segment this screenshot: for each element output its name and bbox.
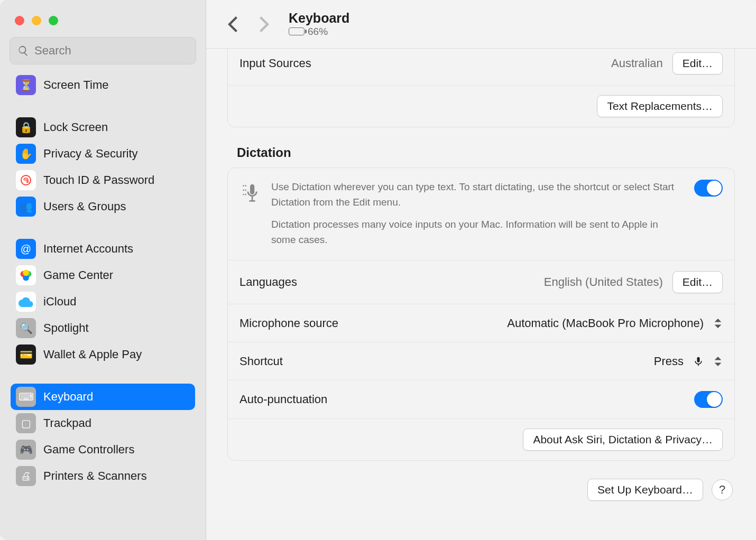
game-controllers-icon: 🎮 [16,440,36,460]
sidebar-item-label: Keyboard [43,390,93,404]
sidebar-item-screen-time[interactable]: ⏳Screen Time [11,72,195,98]
topbar: Keyboard 66% [206,0,756,49]
shortcut-value: Press [654,355,684,368]
battery-percent: 66% [308,26,328,38]
text-replacements-button[interactable]: Text Replacements… [597,95,723,117]
battery-icon [289,27,305,35]
minimize-window-button[interactable] [32,16,41,25]
languages-edit-button[interactable]: Edit… [672,271,723,293]
sidebar-item-touch-id-password[interactable]: Touch ID & Password [11,167,195,193]
text-replacements-row: Text Replacements… [228,86,734,127]
microphone-source-value: Automatic (MacBook Pro Microphone) [507,316,704,330]
sidebar-item-users-groups[interactable]: 👥Users & Groups [11,193,195,220]
svg-point-8 [245,185,246,187]
languages-value: English (United States) [544,275,663,289]
keyboard-icon: ⌨ [16,387,36,407]
sidebar-item-wallet-apple-pay[interactable]: 💳Wallet & Apple Pay [11,341,195,368]
sidebar-item-label: Trackpad [43,416,91,430]
sidebar-item-icloud[interactable]: iCloud [11,288,195,315]
sidebar-item-lock-screen[interactable]: 🔒Lock Screen [11,114,195,141]
languages-label: Languages [239,275,297,289]
internet-accounts-icon: @ [16,239,36,259]
screen-time-icon: ⏳ [16,75,36,95]
auto-punctuation-toggle[interactable] [694,391,723,408]
input-sources-edit-button[interactable]: Edit… [672,52,723,75]
dictation-description: Use Dictation wherever you can type text… [271,180,684,255]
sidebar-item-printers-scanners[interactable]: 🖨Printers & Scanners [11,463,195,489]
icloud-icon [16,292,36,312]
svg-rect-12 [697,357,700,362]
close-window-button[interactable] [15,16,24,25]
input-sources-card: Input Sources Australian Edit… Text Repl… [227,49,735,127]
sidebar-item-privacy-security[interactable]: ✋Privacy & Security [11,141,195,167]
setup-keyboard-button[interactable]: Set Up Keyboard… [587,479,703,501]
auto-punctuation-label: Auto-punctuation [239,393,327,406]
popup-indicator-icon [713,357,723,366]
sidebar-list[interactable]: ⏳Screen Time🔒Lock Screen✋Privacy & Secur… [0,72,206,540]
sidebar-item-label: Screen Time [43,78,109,92]
microphone-source-label: Microphone source [239,316,338,330]
sidebar-item-spotlight[interactable]: 🔍Spotlight [11,315,195,341]
trackpad-icon: ▢ [16,413,36,433]
content-scroll[interactable]: Input Sources Australian Edit… Text Repl… [206,49,756,540]
back-button[interactable] [222,14,243,35]
svg-point-0 [21,175,31,185]
svg-point-4 [23,270,29,276]
search-input[interactable]: Search [10,37,196,64]
sidebar-item-keyboard[interactable]: ⌨Keyboard [11,384,195,410]
input-sources-label: Input Sources [239,57,311,70]
svg-rect-11 [250,184,254,194]
sidebar-item-label: Wallet & Apple Pay [43,348,142,361]
sidebar-item-label: Touch ID & Password [43,173,154,187]
sidebar-item-game-controllers[interactable]: 🎮Game Controllers [11,436,195,463]
sidebar-item-label: Spotlight [43,321,89,335]
shortcut-row[interactable]: Shortcut Press [228,342,734,380]
window-controls [0,6,206,37]
sidebar-item-label: iCloud [43,295,76,309]
main-pane: Keyboard 66% Input Sources Australian Ed… [206,0,756,540]
fullscreen-window-button[interactable] [49,16,58,25]
about-dictation-privacy-button[interactable]: About Ask Siri, Dictation & Privacy… [523,429,723,451]
sidebar-item-label: Users & Groups [43,200,126,213]
dictation-desc-2: Dictation processes many voice inputs on… [271,217,684,247]
sidebar-item-label: Internet Accounts [43,242,133,256]
microphone-source-row[interactable]: Microphone source Automatic (MacBook Pro… [228,304,734,342]
wallet-apple-pay-icon: 💳 [16,345,36,365]
dictation-toggle-row: Use Dictation wherever you can type text… [228,168,734,260]
spotlight-icon: 🔍 [16,318,36,338]
sidebar-item-label: Privacy & Security [43,147,138,161]
page-title: Keyboard [289,11,349,26]
chevron-right-icon [259,16,270,32]
sidebar-item-trackpad[interactable]: ▢Trackpad [11,410,195,436]
lock-screen-icon: 🔒 [16,117,36,137]
dictation-footer-row: About Ask Siri, Dictation & Privacy… [228,419,734,460]
dictation-mic-icon [239,180,261,206]
shortcut-label: Shortcut [239,355,283,368]
svg-point-5 [243,185,244,187]
sidebar-item-label: Game Center [43,268,113,282]
users-groups-icon: 👥 [16,197,36,217]
input-sources-value: Australian [611,57,663,70]
auto-punctuation-row: Auto-punctuation [228,380,734,419]
dictation-toggle[interactable] [694,180,723,197]
sidebar: Search ⏳Screen Time🔒Lock Screen✋Privacy … [0,0,206,540]
sidebar-item-internet-accounts[interactable]: @Internet Accounts [11,236,195,262]
sidebar-item-label: Printers & Scanners [43,469,147,483]
chevron-left-icon [227,16,238,32]
sidebar-item-game-center[interactable]: Game Center [11,262,195,288]
sidebar-item-label: Lock Screen [43,120,108,134]
battery-status: 66% [289,26,349,38]
bottom-actions: Set Up Keyboard… ? [227,479,735,506]
search-placeholder: Search [34,44,71,58]
help-button[interactable]: ? [712,479,733,500]
game-center-icon [16,265,36,285]
sidebar-item-label: Game Controllers [43,443,134,457]
privacy-security-icon: ✋ [16,144,36,164]
popup-indicator-icon [713,319,723,328]
svg-point-9 [245,189,246,191]
forward-button[interactable] [254,14,275,35]
svg-point-7 [243,194,244,195]
dictation-card: Use Dictation wherever you can type text… [227,167,735,461]
dictation-desc-1: Use Dictation wherever you can type text… [271,180,684,210]
search-icon [17,45,29,57]
